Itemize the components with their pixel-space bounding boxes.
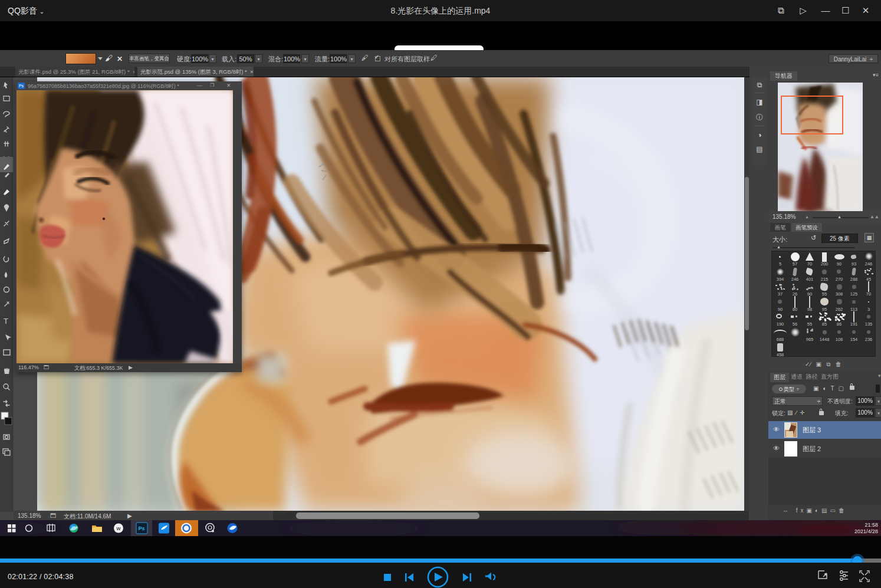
- svg-text:21:58: 21:58: [864, 522, 878, 528]
- svg-text:w: w: [116, 525, 121, 531]
- svg-text:2021/4/28: 2021/4/28: [854, 528, 878, 534]
- svg-text:Ps: Ps: [138, 525, 144, 531]
- svg-text:T: T: [4, 317, 8, 326]
